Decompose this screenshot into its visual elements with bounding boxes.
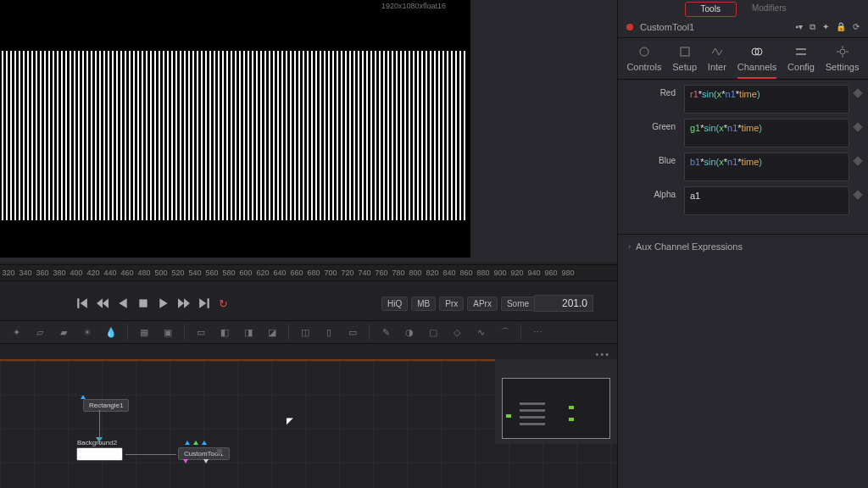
minimap-node [520, 402, 545, 405]
ruler-tick: 860 [458, 269, 475, 277]
tab-tools[interactable]: Tools [685, 2, 737, 17]
tool-icon[interactable]: ✦ [8, 324, 24, 340]
ruler-tick: 400 [68, 269, 85, 277]
ruler-tick: 920 [509, 269, 526, 277]
step-back-button[interactable] [97, 297, 108, 309]
tool-icon[interactable]: ▰ [56, 324, 71, 340]
tool-icon[interactable]: ◧ [217, 324, 232, 340]
ruler-tick: 660 [288, 269, 305, 277]
playback-bar: ↻ HiQ MB Prx APrx Some 201.0 [0, 292, 617, 314]
blue-expression-input[interactable]: b1*sin(x*n1*time) [684, 152, 849, 181]
ruler-tick: 460 [119, 269, 136, 277]
ruler-tick: 440 [102, 269, 119, 277]
node-input-icon [185, 441, 190, 445]
ruler-tick: 620 [254, 269, 271, 277]
mb-toggle[interactable]: MB [411, 297, 436, 311]
ruler-tick: 760 [373, 269, 390, 277]
ruler-tick: 680 [305, 269, 322, 277]
last-frame-button[interactable] [198, 297, 210, 309]
tab-setup[interactable]: Setup [672, 45, 697, 79]
tool-icon[interactable]: ▭ [193, 324, 209, 340]
node-input-icon [193, 441, 198, 445]
minimap-node [569, 406, 574, 409]
tool-icon[interactable]: ▦ [136, 324, 152, 340]
preview-image [2, 51, 466, 220]
green-expression-input[interactable]: g1*sin(x*n1*time) [684, 119, 849, 147]
alpha-expression-input[interactable]: a1 [684, 186, 849, 215]
tool-icon[interactable]: ✎ [378, 324, 393, 340]
some-toggle[interactable]: Some [501, 297, 535, 311]
svg-point-1 [640, 47, 648, 56]
hiq-toggle[interactable]: HiQ [381, 297, 408, 311]
view-mode-icon[interactable]: ▪▾ [795, 22, 803, 32]
tool-icon[interactable]: ▯ [321, 324, 337, 340]
blue-label: Blue [625, 152, 684, 165]
ruler-tick: 740 [356, 269, 373, 277]
keyframe-icon[interactable] [853, 88, 862, 97]
tool-icon[interactable]: ▣ [160, 324, 175, 340]
first-frame-button[interactable] [76, 297, 88, 309]
red-expression-input[interactable]: r1*sin(x*n1*time) [684, 85, 849, 114]
tool-icon[interactable]: ◑ [402, 324, 417, 340]
minimap-node [520, 423, 545, 425]
tab-channels[interactable]: Channels [737, 45, 776, 79]
tab-inter[interactable]: Inter [708, 45, 726, 79]
tab-settings[interactable]: Settings [826, 45, 860, 79]
tab-config[interactable]: Config [787, 45, 815, 79]
svg-rect-6 [796, 53, 806, 55]
node-rectangle[interactable]: Rectangle1 [83, 399, 129, 412]
ruler-tick: 640 [271, 269, 288, 277]
prx-toggle[interactable]: Prx [439, 297, 464, 311]
ruler-tick: 320 [0, 269, 17, 277]
ruler-tick: 520 [170, 269, 186, 277]
tool-icon[interactable]: ◇ [449, 324, 465, 340]
tool-icon[interactable]: ☀ [80, 324, 95, 340]
ruler-tick: 980 [559, 269, 576, 277]
tool-icon[interactable]: ◨ [241, 324, 256, 340]
lock-icon[interactable]: 🔒 [836, 22, 846, 32]
keyframe-icon[interactable] [853, 156, 862, 165]
tab-controls[interactable]: Controls [626, 45, 661, 79]
aux-expressions-section[interactable]: › Aux Channel Expressions [618, 234, 868, 258]
tool-icon[interactable]: ▭ [345, 324, 360, 340]
tool-icon[interactable]: ◪ [264, 324, 280, 340]
pin-icon[interactable]: ✦ [822, 22, 829, 32]
play-button[interactable] [158, 297, 170, 309]
ruler-tick: 900 [492, 269, 509, 277]
ruler-tick: 700 [322, 269, 339, 277]
new-window-icon[interactable]: ⧉ [810, 22, 815, 32]
tool-icon[interactable]: ▱ [32, 324, 47, 340]
ruler-tick: 880 [475, 269, 492, 277]
current-frame-field[interactable]: 201.0 [534, 295, 593, 312]
tool-icon[interactable]: 💧 [103, 324, 119, 340]
svg-rect-2 [681, 47, 689, 56]
node-background[interactable]: Background2 [76, 447, 123, 461]
svg-rect-0 [139, 299, 147, 307]
tool-icon[interactable]: ∿ [473, 324, 488, 340]
node-input-icon [81, 395, 86, 399]
viewer[interactable]: 1920x1080xfloat16 [0, 0, 617, 263]
node-output-icon [183, 459, 188, 463]
ruler-tick: 500 [153, 269, 170, 277]
graph-minimap[interactable] [495, 359, 617, 444]
overflow-menu[interactable]: ••• [595, 349, 610, 359]
step-forward-button[interactable] [178, 297, 190, 309]
tool-icon[interactable]: ◫ [298, 324, 313, 340]
green-label: Green [625, 119, 684, 131]
stop-button[interactable] [137, 297, 149, 309]
minimap-node [520, 416, 545, 419]
loop-button[interactable]: ↻ [219, 297, 231, 309]
aprx-toggle[interactable]: APrx [467, 297, 498, 311]
keyframe-icon[interactable] [853, 122, 862, 131]
ruler-tick: 800 [407, 269, 424, 277]
ruler-tick: 560 [203, 269, 220, 277]
play-reverse-button[interactable] [117, 297, 129, 309]
tool-icon[interactable]: ▢ [426, 324, 441, 340]
tool-icon[interactable]: ⌒ [497, 324, 512, 340]
chevron-right-icon: › [628, 242, 631, 251]
tool-icon[interactable]: ⋯ [530, 324, 545, 340]
tab-modifiers[interactable]: Modifiers [737, 2, 802, 17]
keyframe-icon[interactable] [853, 190, 862, 199]
time-ruler[interactable]: 3203403603804004204404604805005205405605… [0, 264, 617, 281]
reset-icon[interactable]: ⟳ [853, 22, 860, 32]
